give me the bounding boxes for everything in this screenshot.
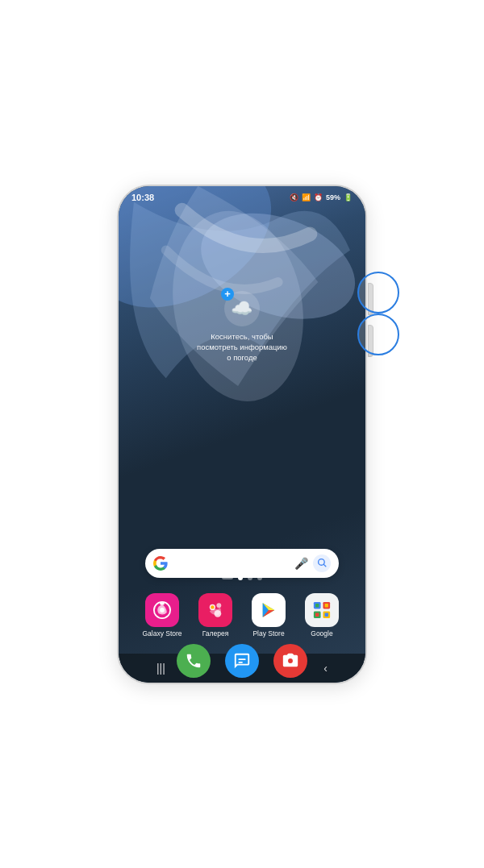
svg-rect-16 bbox=[325, 604, 328, 607]
dock bbox=[177, 644, 307, 678]
battery-indicator: 59% bbox=[326, 193, 340, 201]
voice-search-icon[interactable]: 🎤 bbox=[294, 557, 308, 570]
dock-camera-app[interactable] bbox=[273, 644, 307, 678]
google-search-bar[interactable]: 🎤 bbox=[145, 549, 339, 578]
app-google[interactable]: Google bbox=[301, 593, 343, 638]
play-store-icon bbox=[252, 593, 286, 627]
status-icons-group: 🔇 📶 ⏰ 59% 🔋 bbox=[290, 193, 353, 201]
mute-icon: 🔇 bbox=[290, 193, 298, 201]
phone-screen: 10:38 🔇 📶 ⏰ 59% 🔋 ☁️ + Коснитесь, чтобып… bbox=[119, 186, 365, 683]
dock-messages-app[interactable] bbox=[225, 644, 259, 678]
status-time: 10:38 bbox=[131, 193, 154, 202]
gallery-label: Галерея bbox=[202, 629, 229, 638]
google-icon bbox=[305, 593, 339, 627]
weather-text: Коснитесь, чтобыпосмотреть информациюо п… bbox=[197, 331, 287, 363]
phone-device: 10:38 🔇 📶 ⏰ 59% 🔋 ☁️ + Коснитесь, чтобып… bbox=[117, 185, 367, 684]
google-label: Google bbox=[311, 629, 332, 638]
google-g-icon bbox=[153, 556, 168, 571]
app-play-store[interactable]: Play Store bbox=[248, 593, 290, 638]
lens-search-icon[interactable] bbox=[313, 554, 331, 572]
nav-recent-icon[interactable]: ||| bbox=[156, 662, 165, 675]
page-dot-3 bbox=[248, 575, 252, 580]
page-indicator bbox=[222, 575, 262, 580]
page-dot-2 bbox=[238, 575, 243, 580]
status-bar: 10:38 🔇 📶 ⏰ 59% 🔋 bbox=[119, 186, 365, 209]
svg-rect-6 bbox=[160, 602, 165, 604]
page-wrapper: 10:38 🔇 📶 ⏰ 59% 🔋 ☁️ + Коснитесь, чтобып… bbox=[0, 0, 484, 868]
galaxy-store-label: Galaxy Store bbox=[142, 629, 182, 638]
battery-icon: 🔋 bbox=[344, 193, 353, 201]
svg-rect-20 bbox=[238, 661, 243, 662]
weather-plus-icon: + bbox=[221, 288, 234, 301]
svg-point-9 bbox=[216, 603, 221, 608]
nav-back-icon[interactable]: ‹ bbox=[323, 662, 328, 675]
wifi-icon: 📶 bbox=[302, 193, 311, 201]
play-store-label: Play Store bbox=[252, 629, 284, 638]
app-gallery[interactable]: Галерея bbox=[194, 593, 236, 638]
app-grid: Galaxy Store Г bbox=[141, 575, 343, 638]
weather-widget[interactable]: ☁️ + Коснитесь, чтобыпосмотреть информац… bbox=[197, 291, 287, 363]
gallery-icon bbox=[198, 593, 232, 627]
alarm-icon: ⏰ bbox=[314, 193, 323, 201]
galaxy-store-icon bbox=[145, 593, 179, 627]
annotation-circle-bottom bbox=[357, 314, 399, 355]
weather-cloud-icon: ☁️ bbox=[231, 298, 252, 319]
svg-rect-17 bbox=[315, 613, 319, 616]
svg-rect-18 bbox=[325, 613, 328, 616]
svg-rect-15 bbox=[315, 604, 319, 607]
dock-phone-app[interactable] bbox=[177, 644, 211, 678]
svg-point-8 bbox=[211, 605, 214, 608]
svg-rect-19 bbox=[238, 658, 245, 660]
svg-point-5 bbox=[160, 608, 165, 613]
page-dot-1 bbox=[222, 575, 233, 579]
page-dot-4 bbox=[257, 575, 262, 580]
app-galaxy-store[interactable]: Galaxy Store bbox=[141, 593, 183, 638]
weather-icon-circle: ☁️ + bbox=[224, 291, 260, 326]
app-row-main: Galaxy Store Г bbox=[141, 593, 343, 638]
annotation-circle-top bbox=[357, 272, 399, 314]
